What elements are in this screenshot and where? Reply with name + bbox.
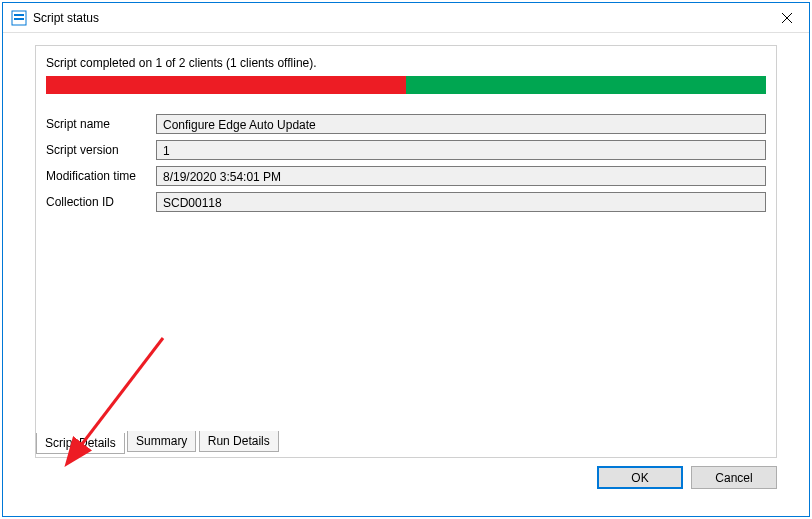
content-panel: Script completed on 1 of 2 clients (1 cl… xyxy=(35,45,777,458)
tab-run-details[interactable]: Run Details xyxy=(199,431,279,452)
field-collection-id: Collection ID SCD00118 xyxy=(46,192,766,212)
tabs-bar: Script Details Summary Run Details xyxy=(36,433,776,457)
dialog-buttons: OK Cancel xyxy=(19,458,793,501)
value-script-version: 1 xyxy=(156,140,766,160)
value-script-name: Configure Edge Auto Update xyxy=(156,114,766,134)
tab-summary[interactable]: Summary xyxy=(127,431,196,452)
field-script-name: Script name Configure Edge Auto Update xyxy=(46,114,766,134)
label-collection-id: Collection ID xyxy=(46,195,156,209)
field-script-version: Script version 1 xyxy=(46,140,766,160)
label-script-version: Script version xyxy=(46,143,156,157)
label-modification-time: Modification time xyxy=(46,169,156,183)
progress-failed-segment xyxy=(46,76,406,94)
window-icon xyxy=(11,10,27,26)
window-title: Script status xyxy=(33,11,764,25)
tab-script-details[interactable]: Script Details xyxy=(36,433,125,454)
progress-bar xyxy=(46,76,766,94)
value-modification-time: 8/19/2020 3:54:01 PM xyxy=(156,166,766,186)
content-area: Script completed on 1 of 2 clients (1 cl… xyxy=(3,33,809,501)
ok-button[interactable]: OK xyxy=(597,466,683,489)
svg-rect-1 xyxy=(14,14,24,16)
field-modification-time: Modification time 8/19/2020 3:54:01 PM xyxy=(46,166,766,186)
fields-group: Script name Configure Edge Auto Update S… xyxy=(46,114,766,212)
svg-rect-2 xyxy=(14,18,24,20)
cancel-button[interactable]: Cancel xyxy=(691,466,777,489)
status-text: Script completed on 1 of 2 clients (1 cl… xyxy=(46,56,766,70)
value-collection-id: SCD00118 xyxy=(156,192,766,212)
titlebar: Script status xyxy=(3,3,809,33)
script-status-window: Script status Script completed on 1 of 2… xyxy=(2,2,810,517)
close-button[interactable] xyxy=(764,3,809,32)
label-script-name: Script name xyxy=(46,117,156,131)
progress-success-segment xyxy=(406,76,766,94)
